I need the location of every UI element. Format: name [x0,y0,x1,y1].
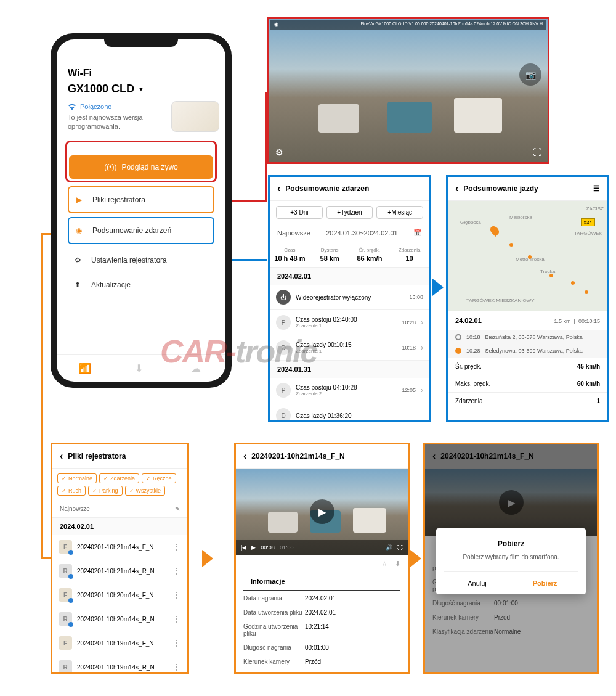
back-button[interactable]: ‹ [277,183,280,194]
footer-wifi-icon[interactable]: 📶 [79,362,91,375]
favorite-icon[interactable]: ☆ [381,560,387,568]
filter-chip[interactable]: ✓ Wszystkie [125,486,166,496]
route-map[interactable]: Głębocka Malborska Metro Trocka TARGÓWEK… [448,201,607,311]
check-icon: ✓ [62,488,67,494]
list-toggle-icon[interactable]: ☰ [593,184,600,193]
menu-files[interactable]: ▶ Pliki rejestratora [69,187,213,212]
camera-badge: R [59,612,72,626]
volume-icon[interactable]: 🔊 [386,544,392,551]
check-icon: ✓ [62,475,67,481]
cancel-button[interactable]: Anuluj [444,572,511,594]
back-button[interactable]: ‹ [455,183,458,194]
filter-chip[interactable]: ✓ Normalne [57,473,97,483]
event-row[interactable]: D Czas jazdy 00:10:15Zdarzenia 1 10:18 › [270,335,429,361]
file-row[interactable]: R 20240201-10h21m14s_R_N ⋮ [52,559,187,583]
event-type-icon: D [276,340,291,355]
filter-chip[interactable]: ✓ Zdarzenia [99,473,139,483]
stats-row: Czas10 h 48 m Dystans58 km Śr. prędk.86 … [270,242,429,268]
menu-settings[interactable]: ⚙ Ustawienia rejestratora [68,248,214,272]
vehicle-graphic [318,104,359,133]
trip-summary-panel: ‹ Podsumowanie jazdy ☰ Głębocka Malborsk… [446,175,609,422]
menu-events[interactable]: ◉ Podsumowanie zdarzeń [69,218,213,243]
download-modal-panel: ‹ 20240201-10h21m14s_F_N ▶ pliku2024.02.… [423,443,599,674]
info-row: Data nagrania2024.02.01 [236,591,408,605]
event-date-header: 2024.02.01 [270,268,429,285]
phone-mockup: Wi-Fi GX1000 CLD ▼ Połączono To jest naj… [51,33,232,388]
event-row[interactable]: P Czas postoju 02:40:00Zdarzenia 1 10:28… [270,310,429,335]
chevron-right-icon: › [421,318,423,327]
modal-title: Pobierz [444,539,578,548]
info-row: Data utworzenia pliku2024.02.01 [236,605,408,620]
event-row[interactable]: P Czas postoju 04:10:28Zdarzenia 2 12:05… [270,378,429,403]
chevron-right-icon: › [421,386,423,395]
more-icon[interactable]: ⋮ [172,566,181,576]
device-selector[interactable]: GX1000 CLD ▼ [68,83,214,96]
file-row[interactable]: F 20240201-10h19m14s_F_N ⋮ [52,631,187,655]
play-icon[interactable]: ▶ [251,544,256,551]
camera-badge: F [59,540,72,554]
more-icon[interactable]: ⋮ [172,638,181,648]
chip-week[interactable]: +Tydzień [326,206,373,219]
skip-back-icon[interactable]: |◀ [241,544,246,551]
trip-date: 24.02.01 [455,317,482,324]
chevron-right-icon: › [421,343,423,352]
video-player[interactable]: ▶ |◀ ▶ 00:08 01:00 🔊 ⛶ [236,469,408,555]
camera-settings-icon[interactable]: ⚙ [275,147,283,157]
camera-badge: R [59,564,72,578]
filter-chip[interactable]: ✓ Ręczne [142,473,176,483]
edit-icon[interactable]: ✎ [175,506,180,512]
sort-newest[interactable]: Najnowsze [277,229,310,237]
more-icon[interactable]: ⋮ [172,590,181,600]
footer-download-icon[interactable]: ⬇ [135,362,147,375]
event-type-icon: ⏻ [276,290,291,305]
confirm-download-button[interactable]: Pobierz [511,572,578,594]
event-type-icon: P [276,383,291,398]
filter-chip[interactable]: ✓ Ruch [57,486,86,496]
chip-3days[interactable]: +3 Dni [276,206,323,219]
files-panel: ‹ Pliki rejestratora ✓ Normalne✓ Zdarzen… [51,443,189,674]
event-row: ⏻ Wideorejestrator wyłączony 13:08 [270,285,429,310]
sort-newest[interactable]: Najnowsze [60,506,90,512]
arrow-files-to-video [202,550,213,567]
chip-month[interactable]: +Miesiąc [376,206,423,219]
gear-icon: ⚙ [71,254,84,266]
play-button[interactable]: ▶ [310,499,334,524]
file-row[interactable]: R 20240201-10h20m14s_R_N ⋮ [52,607,187,631]
info-row: Klasyfikacja zdarzeniaNormalne [236,669,408,674]
route-icon: ◉ [73,224,85,237]
file-date-header: 2024.02.01 [52,518,187,535]
menu-updates[interactable]: ⬆ Aktualizacje [68,272,214,297]
connector-orange-h2 [41,557,51,559]
arrow-events-to-trip [432,279,444,296]
fullscreen-icon[interactable]: ⛶ [397,544,403,551]
more-icon[interactable]: ⋮ [172,542,181,552]
footer-cloud-icon[interactable]: ☁ [191,362,203,375]
live-view-highlight: ((•)) Podgląd na żywo [65,141,217,182]
wifi-title: Wi-Fi [68,68,214,79]
wifi-icon [68,104,76,110]
trip-header: ‹ Podsumowanie jazdy ☰ [448,177,607,201]
filter-chip[interactable]: ✓ Parking [88,486,123,496]
more-icon[interactable]: ⋮ [172,662,181,672]
device-image [171,101,219,132]
modal-message: Pobierz wybrany film do smartfona. [444,553,578,562]
back-button[interactable]: ‹ [243,451,246,462]
event-row: D Czas jazdy 01:36:20 [270,403,429,422]
live-view-button[interactable]: ((•)) Podgląd na żywo [69,155,213,179]
download-icon[interactable]: ⬇ [395,560,400,568]
calendar-icon[interactable]: 📅 [413,229,422,237]
video-detail-panel: ‹ 20240201-10h21m14s_F_N ▶ |◀ ▶ 00:08 01… [234,443,410,674]
trip-location-start: 10:18 Bieżuńska 2, 03-578 Warszawa, Pols… [448,330,607,344]
file-row[interactable]: F 20240201-10h20m14s_F_N ⋮ [52,583,187,607]
file-row[interactable]: F 20240201-10h21m14s_F_N ⋮ [52,535,187,559]
camera-badge: R [59,660,72,674]
vehicle-graphic [387,102,432,133]
back-button[interactable]: ‹ [60,451,63,462]
file-row[interactable]: R 20240201-10h19m14s_R_N ⋮ [52,655,187,674]
fullscreen-icon[interactable]: ⛶ [533,147,541,157]
dashcam-overlay-text: ◉FineVu GX1000 CLOUD V1.00.000 20240401-… [270,20,546,30]
camera-switch-icon[interactable]: 📷 [519,63,541,86]
files-menu-highlight: ▶ Pliki rejestratora [68,186,214,213]
more-icon[interactable]: ⋮ [172,614,181,624]
events-header: ‹ Podsumowanie zdarzeń [270,177,429,201]
